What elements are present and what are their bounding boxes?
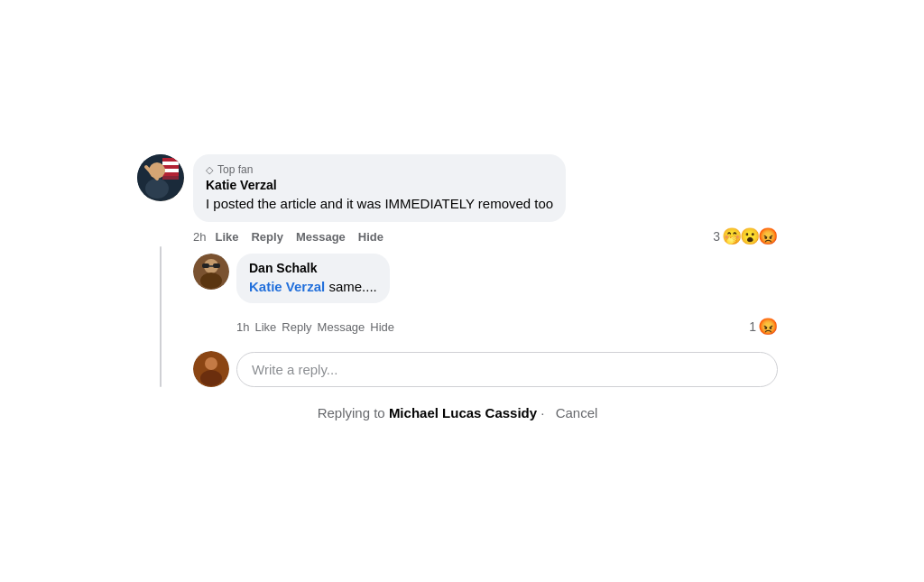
cancel-reply-button[interactable]: Cancel [556, 405, 598, 420]
emoji-shocked-face: 😮 [740, 226, 760, 246]
main-like-button[interactable]: Like [211, 228, 242, 245]
comments-container: ◇ Top fan Katie Verzal I posted the arti… [119, 136, 805, 446]
reply-comment-row: Dan Schalk Katie Verzal same.... [193, 254, 778, 303]
svg-rect-12 [202, 263, 209, 268]
main-emoji-stack: 🤭 😮 😡 [724, 226, 778, 246]
emoji-party-face: 🤭 [722, 226, 742, 246]
dan-action-bar: 1h Like Reply Message Hide 1 😡 [193, 317, 778, 337]
reply-bubble: Dan Schalk Katie Verzal same.... [236, 254, 390, 303]
replying-separator: · [537, 405, 549, 420]
thread-line [160, 246, 162, 387]
thread-body: Dan Schalk Katie Verzal same.... 1h Like… [137, 246, 778, 387]
svg-rect-2 [162, 158, 179, 162]
katie-avatar [137, 154, 184, 201]
top-fan-label: Top fan [217, 163, 253, 176]
diamond-icon: ◇ [206, 164, 213, 176]
dan-reactions: 1 😡 [749, 317, 778, 337]
main-action-bar: 2h Like Reply Message Hide 3 🤭 😮 😡 [137, 226, 778, 246]
mention-link[interactable]: Katie Verzal [249, 279, 325, 294]
reply-input-row: Write a reply... [193, 351, 778, 387]
svg-point-8 [145, 179, 169, 199]
replying-to-bar: Replying to Michael Lucas Cassidy · Canc… [137, 405, 778, 428]
svg-point-15 [200, 273, 222, 289]
main-comment-author: Katie Verzal [206, 178, 553, 192]
replying-to-name: Michael Lucas Cassidy [389, 405, 537, 420]
main-reaction-count: 3 [713, 229, 720, 244]
dan-avatar [193, 254, 229, 290]
replying-to-prefix: Replying to [318, 405, 389, 420]
emoji-angry-face-2: 😡 [758, 317, 778, 337]
svg-rect-4 [162, 165, 179, 169]
replies-col: Dan Schalk Katie Verzal same.... 1h Like… [193, 246, 778, 387]
dan-reaction-count: 1 [749, 319, 756, 334]
dan-like-button[interactable]: Like [254, 320, 276, 334]
dan-comment-body: same.... [325, 279, 377, 294]
main-reactions: 3 🤭 😮 😡 [713, 226, 778, 246]
main-message-button[interactable]: Message [292, 228, 349, 245]
main-hide-button[interactable]: Hide [355, 228, 387, 245]
svg-rect-13 [213, 263, 220, 268]
top-fan-badge: ◇ Top fan [206, 163, 553, 176]
main-comment-time: 2h [193, 230, 206, 244]
main-comment-bubble: ◇ Top fan Katie Verzal I posted the arti… [193, 154, 566, 222]
dan-hide-button[interactable]: Hide [370, 320, 394, 334]
main-comment-row: ◇ Top fan Katie Verzal I posted the arti… [137, 154, 778, 222]
svg-rect-14 [209, 265, 213, 267]
thread-line-col [137, 246, 184, 387]
reply-placeholder: Write a reply... [252, 362, 337, 377]
svg-point-17 [205, 357, 217, 370]
dan-comment-text: Katie Verzal same.... [249, 277, 377, 296]
current-user-avatar [193, 351, 229, 387]
dan-message-button[interactable]: Message [318, 320, 365, 334]
main-comment-text: I posted the article and it was IMMEDIAT… [206, 194, 553, 213]
comment-thread: ◇ Top fan Katie Verzal I posted the arti… [137, 154, 778, 428]
reply-input[interactable]: Write a reply... [236, 352, 778, 387]
dan-comment-time: 1h [236, 320, 249, 334]
dan-emoji-stack: 😡 [760, 317, 778, 337]
main-reply-button[interactable]: Reply [247, 228, 286, 245]
dan-author: Dan Schalk [249, 261, 377, 275]
svg-rect-6 [162, 172, 179, 176]
svg-rect-3 [162, 162, 179, 165]
svg-point-18 [200, 370, 222, 386]
emoji-angry-face: 😡 [758, 226, 778, 246]
dan-reply-button[interactable]: Reply [282, 320, 311, 334]
